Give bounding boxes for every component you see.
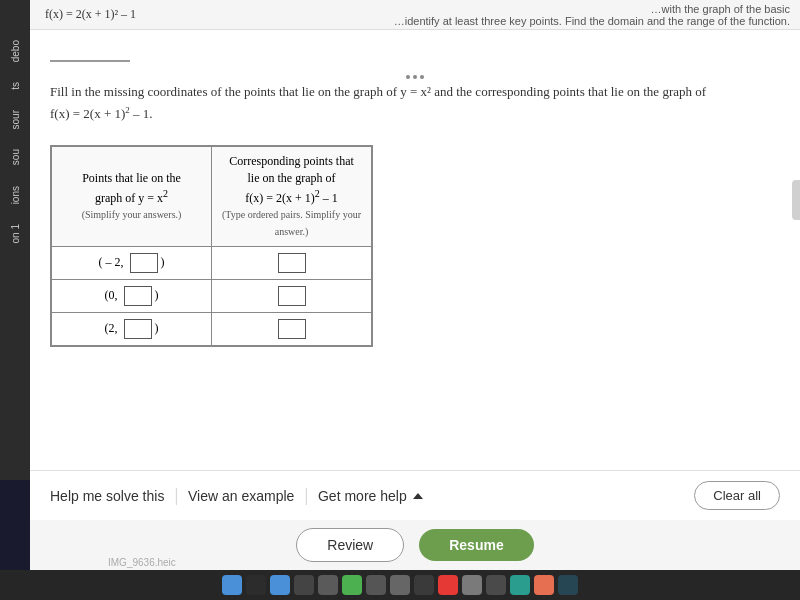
- top-formula: f(x) = 2(x + 1)² – 1: [45, 7, 136, 22]
- row2-input[interactable]: [124, 286, 152, 306]
- col1-header: Points that lie on thegraph of y = x2 (S…: [52, 146, 212, 246]
- col2-header: Corresponding points that lie on the gra…: [212, 146, 372, 246]
- dock-icon-app2[interactable]: [318, 575, 338, 595]
- sidebar-label-on1: on 1: [10, 224, 21, 243]
- dock-icon-finder[interactable]: [222, 575, 242, 595]
- sidebar-label-sour: sour: [10, 110, 21, 129]
- row2-close: ): [155, 288, 159, 302]
- right-edge-handle: [792, 180, 800, 220]
- row1-col1: ( – 2, ): [52, 246, 212, 279]
- dock-icon-facetime[interactable]: [342, 575, 362, 595]
- dock-icon-app4[interactable]: [390, 575, 410, 595]
- top-right-text: …with the graph of the basic …identify a…: [394, 3, 790, 27]
- row3-col2: [212, 312, 372, 345]
- sidebar-label-sou: sou: [10, 149, 21, 165]
- more-help-label: Get more help: [318, 488, 407, 504]
- col2-sub: (Type ordered pairs. Simplify your answe…: [222, 209, 361, 237]
- sidebar-label-ts: ts: [10, 82, 21, 90]
- row2-col1: (0, ): [52, 279, 212, 312]
- row3-answer[interactable]: [278, 319, 306, 339]
- col2-title: Corresponding points that lie on the gra…: [229, 154, 354, 185]
- example-link[interactable]: View an example: [188, 488, 294, 504]
- row3-col1: (2, ): [52, 312, 212, 345]
- dock-icon-launchpad[interactable]: [246, 575, 266, 595]
- row3-label: (2,: [105, 321, 121, 335]
- resume-button[interactable]: Resume: [419, 529, 533, 561]
- dock-icon-safari[interactable]: [270, 575, 290, 595]
- table-row: (0, ): [52, 279, 372, 312]
- action-bar: Help me solve this | View an example | G…: [30, 470, 800, 520]
- left-sidebar: debo ts sour sou ions on 1: [0, 0, 30, 480]
- row2-answer[interactable]: [278, 286, 306, 306]
- dock-icon-app1[interactable]: [294, 575, 314, 595]
- review-button[interactable]: Review: [296, 528, 404, 562]
- col2-formula: f(x) = 2(x + 1)2 – 1: [245, 191, 338, 205]
- three-dots: [406, 75, 424, 79]
- top-right-text1: …identify at least three key points. Fin…: [394, 15, 790, 27]
- dock-icon-app9[interactable]: [510, 575, 530, 595]
- row1-answer[interactable]: [278, 253, 306, 273]
- row3-input[interactable]: [124, 319, 152, 339]
- row1-label: ( – 2,: [99, 255, 127, 269]
- clear-all-button[interactable]: Clear all: [694, 481, 780, 510]
- dock-icon-app7[interactable]: [462, 575, 482, 595]
- row3-close: ): [155, 321, 159, 335]
- dock-icon-app5[interactable]: [414, 575, 434, 595]
- action-separator2: |: [304, 485, 308, 506]
- points-table: Points that lie on thegraph of y = x2 (S…: [51, 146, 372, 346]
- col1-title: Points that lie on thegraph of y = x2: [82, 171, 181, 205]
- row1-input[interactable]: [130, 253, 158, 273]
- row1-close: ): [161, 255, 165, 269]
- top-bar: f(x) = 2(x + 1)² – 1 …with the graph of …: [30, 0, 800, 30]
- table-row: ( – 2, ): [52, 246, 372, 279]
- dock-icon-app8[interactable]: [486, 575, 506, 595]
- dock-icon-app6[interactable]: [438, 575, 458, 595]
- col1-sub: (Simplify your answers.): [82, 209, 182, 220]
- top-right-text2: …with the graph of the basic: [651, 3, 790, 15]
- content-area: Fill in the missing coordinates of the p…: [30, 30, 800, 520]
- row2-col2: [212, 279, 372, 312]
- dock-icon-app10[interactable]: [534, 575, 554, 595]
- question-intro: Fill in the missing coordinates of the p…: [50, 84, 706, 99]
- help-link[interactable]: Help me solve this: [50, 488, 164, 504]
- row1-col2: [212, 246, 372, 279]
- dock: [0, 570, 800, 600]
- sidebar-label-ions: ions: [10, 186, 21, 204]
- table-row: (2, ): [52, 312, 372, 345]
- dock-filename: IMG_9636.heic: [108, 557, 176, 568]
- action-separator1: |: [174, 485, 178, 506]
- separator: [50, 60, 130, 62]
- chevron-up-icon: [413, 493, 423, 499]
- coordinate-table: Points that lie on thegraph of y = x2 (S…: [50, 145, 373, 347]
- row2-label: (0,: [105, 288, 121, 302]
- dock-icon-app3[interactable]: [366, 575, 386, 595]
- question-text: Fill in the missing coordinates of the p…: [50, 82, 780, 125]
- sidebar-label-debo: debo: [10, 40, 21, 62]
- dock-icon-app11[interactable]: [558, 575, 578, 595]
- question-formula: f(x) = 2(x + 1)2 – 1.: [50, 106, 153, 121]
- get-more-help[interactable]: Get more help: [318, 488, 423, 504]
